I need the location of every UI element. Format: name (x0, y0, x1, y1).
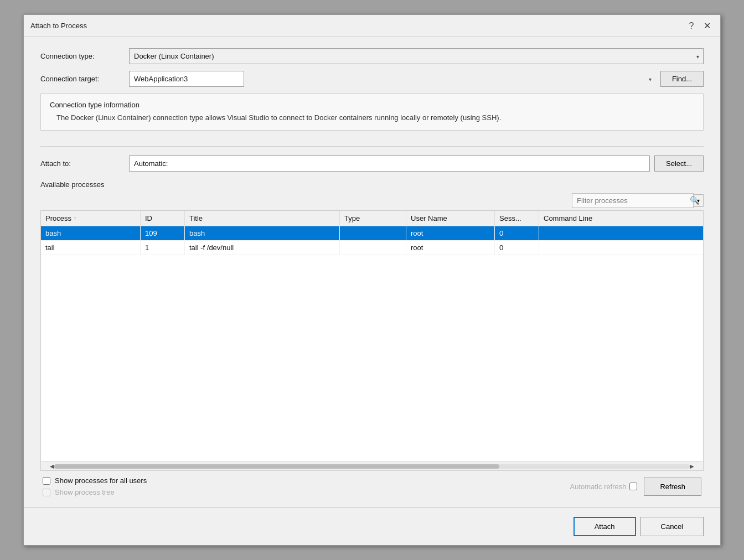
title-bar: Attach to Process ? ✕ (24, 15, 720, 37)
filter-processes-input[interactable] (572, 193, 694, 208)
attach-to-label: Attach to: (40, 159, 129, 168)
close-button[interactable]: ✕ (700, 19, 714, 33)
attach-button[interactable]: Attach (574, 517, 636, 536)
col-cmdline[interactable]: Command Line (539, 211, 703, 226)
footer: Attach Cancel (24, 507, 720, 545)
connection-type-label: Connection type: (40, 52, 129, 60)
table-header: Process ↑ ID Title Type User Name Sess..… (41, 211, 703, 226)
connection-info-title: Connection type information (50, 101, 694, 109)
show-process-tree-label: Show process tree (55, 488, 115, 496)
table-row[interactable]: bash 109 bash root 0 (41, 226, 703, 241)
scrollbar-thumb[interactable] (54, 464, 499, 469)
show-all-users-label: Show processes for all users (55, 476, 147, 485)
find-button[interactable]: Find... (660, 71, 704, 87)
cell-cmdline (539, 226, 703, 240)
show-all-users-row: Show processes for all users (43, 476, 147, 485)
show-process-tree-row: Show process tree (43, 488, 147, 496)
col-id[interactable]: ID (141, 211, 185, 226)
available-processes-title: Available processes (40, 180, 704, 189)
col-type[interactable]: Type (340, 211, 406, 226)
filter-wrap: 🔍 ▾ (572, 193, 704, 208)
connection-type-row: Connection type: Docker (Linux Container… (40, 48, 704, 64)
cell-process: tail (41, 241, 141, 255)
cancel-button[interactable]: Cancel (640, 517, 704, 536)
cell-title: tail -f /dev/null (185, 241, 340, 255)
horizontal-scrollbar[interactable]: ◀ ▶ (41, 462, 703, 470)
scroll-left-icon[interactable]: ◀ (50, 463, 54, 469)
attach-to-row: Attach to: Select... (40, 155, 704, 172)
title-bar-controls: ? ✕ (685, 19, 714, 33)
search-icon: 🔍 (690, 196, 699, 205)
attach-to-process-dialog: Attach to Process ? ✕ Connection type: D… (23, 14, 721, 546)
connection-target-label: Connection target: (40, 75, 129, 83)
connection-target-wrap: ▾ (129, 71, 656, 87)
dialog-content: Connection type: Docker (Linux Container… (24, 37, 720, 507)
cell-session: 0 (495, 226, 539, 240)
sort-process-icon: ↑ (74, 215, 76, 221)
separator-1 (40, 146, 704, 147)
show-all-users-checkbox[interactable] (43, 477, 50, 485)
bottom-options: Show processes for all users Show proces… (40, 476, 704, 496)
table-row[interactable]: tail 1 tail -f /dev/null root 0 (41, 241, 703, 255)
col-process[interactable]: Process ↑ (41, 211, 141, 226)
process-table: Process ↑ ID Title Type User Name Sess..… (40, 210, 704, 471)
help-button[interactable]: ? (685, 19, 698, 33)
connection-info-text: The Docker (Linux Container) connection … (50, 112, 694, 123)
connection-type-wrap: Docker (Linux Container) ▾ (129, 48, 704, 64)
show-process-tree-checkbox (43, 489, 50, 496)
cell-id: 109 (141, 226, 185, 240)
scrollbar-track[interactable] (54, 464, 690, 469)
auto-refresh-label: Automatic refresh (570, 483, 638, 491)
connection-type-select[interactable]: Docker (Linux Container) (129, 48, 704, 64)
table-body: bash 109 bash root 0 tail 1 tail -f /dev… (41, 226, 703, 462)
cell-title: bash (185, 226, 340, 240)
attach-to-input[interactable] (129, 155, 650, 172)
connection-target-input[interactable] (129, 71, 244, 87)
dialog-title: Attach to Process (30, 22, 87, 30)
select-button[interactable]: Select... (654, 155, 704, 172)
auto-refresh-checkbox[interactable] (629, 483, 637, 490)
cell-type (340, 241, 406, 255)
filter-row: 🔍 ▾ (40, 193, 704, 208)
connection-target-row: Connection target: ▾ Find... (40, 71, 704, 87)
cell-id: 1 (141, 241, 185, 255)
connection-info-box: Connection type information The Docker (… (40, 94, 704, 131)
col-session[interactable]: Sess... (495, 211, 539, 226)
cell-session: 0 (495, 241, 539, 255)
cell-username: root (406, 241, 495, 255)
cell-process: bash (41, 226, 141, 240)
col-title[interactable]: Title (185, 211, 340, 226)
cell-cmdline (539, 241, 703, 255)
checkboxes-col: Show processes for all users Show proces… (43, 476, 147, 496)
refresh-button[interactable]: Refresh (644, 478, 701, 496)
connection-target-arrow: ▾ (649, 76, 652, 82)
cell-username: root (406, 226, 495, 240)
col-username[interactable]: User Name (406, 211, 495, 226)
scroll-right-icon[interactable]: ▶ (690, 463, 694, 469)
cell-type (340, 226, 406, 240)
right-controls: Automatic refresh Refresh (570, 478, 701, 496)
